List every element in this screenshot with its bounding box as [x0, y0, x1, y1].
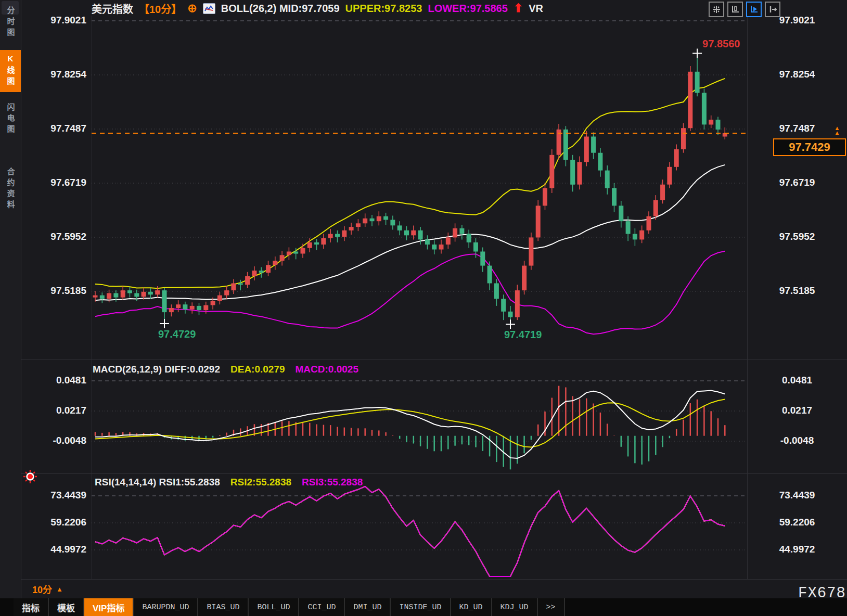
- candle[interactable]: [232, 284, 236, 291]
- candle[interactable]: [570, 160, 575, 185]
- candle[interactable]: [134, 293, 139, 297]
- candle[interactable]: [487, 266, 492, 284]
- candle[interactable]: [695, 72, 700, 93]
- candle[interactable]: [266, 265, 271, 273]
- tab-12[interactable]: >>: [538, 598, 565, 616]
- candle[interactable]: [211, 301, 215, 305]
- tab-9[interactable]: INSIDE_UD: [391, 598, 451, 616]
- candle[interactable]: [709, 120, 713, 125]
- candle[interactable]: [702, 93, 707, 124]
- tab-8[interactable]: DMI_UD: [345, 598, 391, 616]
- candle[interactable]: [273, 261, 277, 265]
- candle[interactable]: [459, 228, 464, 234]
- candle[interactable]: [660, 185, 665, 200]
- add-overlay-icon[interactable]: ⊕: [187, 2, 197, 15]
- candle[interactable]: [647, 216, 651, 230]
- candle[interactable]: [529, 237, 533, 265]
- candle[interactable]: [127, 290, 132, 293]
- candle[interactable]: [467, 234, 471, 242]
- move-tool-icon[interactable]: [709, 2, 724, 17]
- candle[interactable]: [321, 238, 326, 245]
- candle[interactable]: [197, 306, 201, 310]
- candle[interactable]: [377, 216, 381, 222]
- tab-3[interactable]: VIP指标: [84, 598, 134, 616]
- candle[interactable]: [432, 245, 437, 250]
- candle[interactable]: [626, 221, 631, 234]
- candle[interactable]: [142, 292, 146, 297]
- tab-7[interactable]: CCI_UD: [299, 598, 345, 616]
- axis-scale-tool-icon[interactable]: [727, 2, 743, 17]
- tab-4[interactable]: BARUPDN_UD: [134, 598, 198, 616]
- candle[interactable]: [612, 188, 617, 206]
- candle[interactable]: [121, 290, 125, 298]
- candle[interactable]: [584, 137, 589, 162]
- candle[interactable]: [176, 304, 181, 308]
- candle[interactable]: [716, 120, 721, 130]
- candle[interactable]: [314, 242, 319, 245]
- candle[interactable]: [633, 234, 637, 240]
- candle[interactable]: [113, 293, 118, 298]
- candle[interactable]: [446, 237, 451, 245]
- candle[interactable]: [148, 292, 153, 294]
- candle[interactable]: [363, 219, 367, 224]
- period-selector[interactable]: 【10分】: [139, 1, 182, 16]
- candle[interactable]: [224, 290, 229, 296]
- candle[interactable]: [480, 252, 485, 266]
- candle[interactable]: [245, 276, 250, 285]
- candle[interactable]: [397, 225, 402, 230]
- candle[interactable]: [162, 290, 167, 312]
- tab-11[interactable]: KDJ_UD: [492, 598, 538, 616]
- tab-1[interactable]: 指标: [14, 598, 49, 616]
- candle[interactable]: [217, 296, 222, 301]
- candle[interactable]: [563, 130, 568, 160]
- chart-canvas[interactable]: [0, 0, 847, 616]
- candle[interactable]: [370, 219, 375, 221]
- candle[interactable]: [335, 234, 340, 237]
- sidebar-item-2[interactable]: K线图: [0, 50, 21, 92]
- candle[interactable]: [522, 266, 527, 290]
- candle[interactable]: [328, 234, 333, 238]
- candle[interactable]: [688, 72, 692, 129]
- sidebar-item-1[interactable]: 分时图: [0, 4, 21, 41]
- candle[interactable]: [639, 230, 644, 240]
- candle[interactable]: [418, 230, 423, 240]
- candle[interactable]: [183, 304, 187, 310]
- candle[interactable]: [383, 216, 388, 220]
- candle[interactable]: [259, 271, 264, 273]
- candle[interactable]: [494, 284, 499, 299]
- candle[interactable]: [619, 206, 623, 221]
- candle[interactable]: [301, 248, 305, 254]
- candle[interactable]: [390, 220, 395, 226]
- candle[interactable]: [598, 153, 602, 171]
- candle[interactable]: [280, 255, 285, 261]
- candle[interactable]: [681, 128, 686, 149]
- candle[interactable]: [293, 252, 298, 254]
- candle[interactable]: [549, 155, 554, 188]
- candle[interactable]: [252, 271, 256, 276]
- candle[interactable]: [425, 240, 430, 245]
- sidebar-item-3[interactable]: 闪电图: [0, 101, 21, 138]
- candle[interactable]: [155, 290, 160, 294]
- pane-collapse-tool-icon[interactable]: [765, 2, 780, 17]
- candle[interactable]: [501, 299, 506, 311]
- candle[interactable]: [591, 137, 596, 153]
- candle[interactable]: [515, 290, 520, 317]
- candle[interactable]: [93, 296, 98, 298]
- candle[interactable]: [653, 200, 658, 216]
- candle[interactable]: [356, 223, 361, 227]
- candle[interactable]: [578, 162, 582, 184]
- candle[interactable]: [190, 306, 195, 310]
- candle[interactable]: [411, 230, 416, 236]
- candle[interactable]: [307, 242, 312, 248]
- candle[interactable]: [543, 188, 547, 206]
- candle[interactable]: [349, 227, 354, 230]
- period-badge[interactable]: 10分▲: [32, 582, 63, 596]
- tab-10[interactable]: KD_UD: [451, 598, 492, 616]
- candle[interactable]: [107, 293, 111, 299]
- candle[interactable]: [100, 296, 105, 299]
- candle[interactable]: [439, 245, 444, 250]
- candle[interactable]: [287, 252, 291, 255]
- candle[interactable]: [605, 171, 610, 188]
- candle[interactable]: [169, 308, 174, 312]
- candle[interactable]: [473, 242, 478, 252]
